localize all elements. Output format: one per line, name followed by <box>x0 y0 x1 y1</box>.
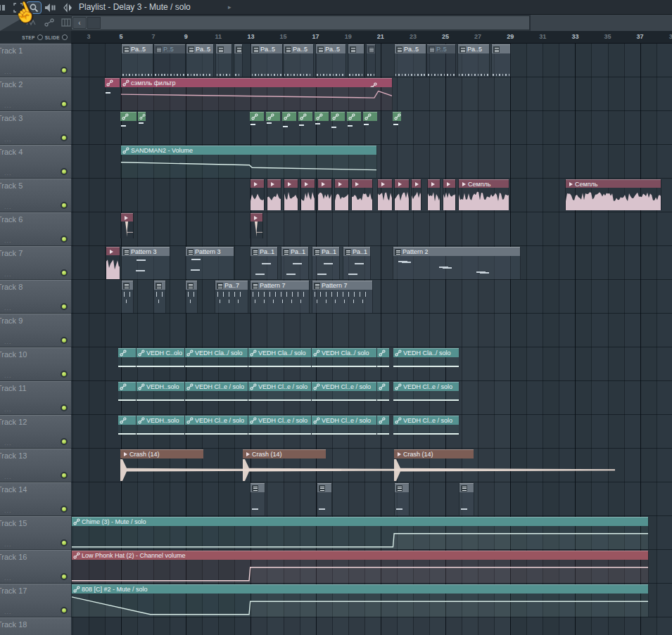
clip-pattern[interactable]: Pattern 3 <box>185 247 234 279</box>
track-header[interactable]: Track 16... <box>0 550 71 584</box>
clip-audio[interactable] <box>250 179 265 210</box>
track-header[interactable]: Track 17... <box>0 584 71 617</box>
track-header[interactable]: Track 5... <box>0 179 71 212</box>
playlist-grid[interactable]: Pa..5P..5Pa..5Pa..5Pa..5Pa..5Pa..5P..5Pa… <box>71 44 672 635</box>
clip-automation-small[interactable] <box>138 112 146 129</box>
clip-pattern[interactable]: Pa..5 <box>251 44 283 77</box>
slide-tool-icon[interactable] <box>44 18 55 27</box>
track-header[interactable]: Track 18... <box>0 617 71 635</box>
track-header[interactable]: Track 10... <box>0 347 71 381</box>
track-header[interactable]: Track 6... <box>0 212 71 246</box>
clip-automation-vedh[interactable]: VEDH Cla../ solo <box>393 348 459 367</box>
clip-automation[interactable]: SANDMAN2 - Volume <box>120 146 377 178</box>
clip-pattern[interactable]: Pa..1 <box>250 247 278 279</box>
clip-pattern[interactable]: P..5 <box>426 44 456 77</box>
track-mute-led[interactable] <box>61 269 68 276</box>
clip-pattern[interactable]: P..5 <box>153 44 186 77</box>
clip-pattern[interactable] <box>348 44 364 77</box>
detach-icon[interactable] <box>12 1 25 13</box>
clip-pattern[interactable]: Pa..5 <box>283 44 314 77</box>
clip-pattern[interactable] <box>215 44 232 77</box>
clip-automation-vedh[interactable] <box>377 382 389 401</box>
track-header[interactable]: Track 11... <box>0 381 71 415</box>
zoom-tool-icon[interactable] <box>26 1 42 14</box>
clip-automation-vedh[interactable]: VEDH Cl..e / solo <box>248 416 311 435</box>
clip-pattern[interactable] <box>394 483 410 515</box>
clip-pattern[interactable]: Pa..5 <box>315 44 346 77</box>
track-header[interactable]: Track 7... <box>0 246 71 280</box>
track-mute-led[interactable] <box>61 539 68 546</box>
clip-pattern[interactable]: Pa..5 <box>186 44 214 77</box>
scroll-left-button[interactable]: ‹ <box>72 17 87 29</box>
track-mute-led[interactable] <box>61 134 68 141</box>
step-toggle[interactable] <box>37 34 43 40</box>
clip-pattern[interactable] <box>121 281 134 313</box>
clip-automation-small[interactable] <box>331 112 345 129</box>
track-header[interactable]: Track 1... <box>0 44 71 77</box>
clip-automation-small[interactable] <box>250 112 264 129</box>
clip-automation-vedh[interactable]: VEDH Cla../ solo <box>312 348 376 367</box>
clip-automation-vedh[interactable] <box>377 416 389 435</box>
track-mute-led[interactable] <box>61 573 68 580</box>
clip-pattern[interactable] <box>250 483 265 515</box>
track-header[interactable]: Track 8... <box>0 280 71 314</box>
clip-audio[interactable] <box>334 179 349 210</box>
track-header[interactable]: Track 13... <box>0 449 71 482</box>
clip-automation-vedh[interactable] <box>377 348 389 367</box>
clip-automation-vedh[interactable]: VEDH Cl..e / solo <box>393 416 459 435</box>
clip-automation-vedh[interactable]: VEDH..solo <box>137 382 184 401</box>
clip-audio-spike[interactable] <box>250 213 263 238</box>
clip-audio-spike[interactable] <box>120 213 134 238</box>
clip-automation-small[interactable] <box>363 112 377 129</box>
track-mute-led[interactable] <box>61 607 68 614</box>
clip-automation-vedh[interactable]: VEDH Cl..e / solo <box>312 382 376 401</box>
clip-automation-small[interactable] <box>120 112 137 129</box>
track-mute-led[interactable] <box>61 101 68 108</box>
track-mute-led[interactable] <box>61 337 68 344</box>
clip-automation-vedh[interactable]: VEDH..solo <box>137 416 184 435</box>
clip-pattern[interactable] <box>317 483 332 515</box>
clip-automation-small[interactable] <box>298 112 312 129</box>
track-header[interactable]: Track 15... <box>0 516 71 550</box>
clip-automation-small[interactable] <box>393 112 401 129</box>
clip-automation-vedh[interactable]: VEDH Cl..e / solo <box>185 416 248 435</box>
clip-automation-vedh[interactable]: VEDH Cla../ solo <box>248 348 311 367</box>
clip-automation-vedh[interactable]: VEDH C..olo <box>137 348 184 367</box>
clip-automation-small[interactable] <box>282 112 296 129</box>
clip-audio[interactable] <box>427 179 440 210</box>
clip-automation-vedh[interactable]: VEDH Cl..e / solo <box>248 382 311 401</box>
clip-pattern[interactable] <box>366 44 376 77</box>
clip-pattern[interactable] <box>459 483 474 515</box>
clipped-toolbar-icon[interactable] <box>0 1 8 13</box>
scrollbar-thumb[interactable] <box>87 17 101 29</box>
clip-automation-vedh[interactable] <box>118 416 136 435</box>
clip-audio[interactable]: Семпль <box>458 179 509 210</box>
clip-audio[interactable]: Семпль <box>565 179 661 210</box>
clip-pattern[interactable]: Pa..5 <box>394 44 426 77</box>
clip-automation[interactable]: 808 [C] #2 - Mute / solo <box>71 584 649 617</box>
clip-pattern[interactable]: Pattern 3 <box>121 247 170 279</box>
track-header[interactable]: Track 3... <box>0 111 71 145</box>
clip-automation[interactable]: Chime (3) - Mute / solo <box>71 517 649 549</box>
track-mute-led[interactable] <box>61 404 68 411</box>
clip-pattern[interactable]: Pa..5 <box>121 44 153 77</box>
track-header[interactable]: Track 4... <box>0 145 71 179</box>
clip-automation-small[interactable] <box>347 112 361 129</box>
clip-automation-small[interactable] <box>266 112 280 129</box>
clip-audio[interactable] <box>394 179 410 210</box>
clip-pattern[interactable]: Pattern 7 <box>312 281 373 313</box>
clip-pattern[interactable]: Pa..1 <box>343 247 371 279</box>
track-mute-led[interactable] <box>61 472 68 479</box>
track-header[interactable]: Track 9... <box>0 314 71 347</box>
speaker-icon[interactable] <box>44 1 56 13</box>
clip-audio[interactable] <box>443 179 456 210</box>
track-mute-led[interactable] <box>61 438 68 445</box>
clip-pattern[interactable] <box>491 44 511 77</box>
clip-audio[interactable] <box>300 179 315 210</box>
track-header[interactable]: Track 2... <box>0 77 71 111</box>
track-mute-led[interactable] <box>61 303 68 310</box>
clip-pattern[interactable]: Pa..5 <box>457 44 490 77</box>
clip-audio[interactable] <box>106 247 120 279</box>
clip-automation[interactable]: сэмпль фильтр <box>120 78 393 110</box>
horizontal-scrollbar[interactable] <box>71 15 530 30</box>
